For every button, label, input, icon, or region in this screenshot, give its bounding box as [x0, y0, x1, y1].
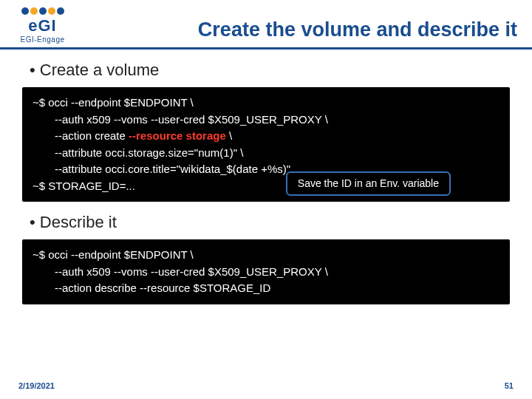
logo-icon	[21, 7, 64, 15]
code-line: --action create --resource storage \	[33, 128, 499, 145]
logo: eGI EGI-Engage	[7, 7, 78, 44]
highlight-resource: --resource storage	[129, 129, 226, 142]
bullet-describe: Describe it	[30, 213, 510, 232]
page-title: Create the volume and describe it	[78, 7, 517, 41]
code-line: --auth x509 --voms --user-cred $X509_USE…	[33, 264, 499, 281]
logo-subtitle: EGI-Engage	[20, 35, 64, 44]
code-line: --auth x509 --voms --user-cred $X509_USE…	[33, 112, 499, 129]
footer: 2/19/2021 51	[0, 381, 532, 390]
code-line: --action describe --resource $STORAGE_ID	[33, 280, 499, 297]
code-line: ~$ occi --endpoint $ENDPOINT \	[33, 247, 499, 264]
callout-save-id: Save the ID in an Env. variable	[286, 171, 451, 196]
footer-date: 2/19/2021	[18, 381, 55, 390]
code-block-create: ~$ occi --endpoint $ENDPOINT \ --auth x5…	[22, 87, 510, 202]
code-block-describe: ~$ occi --endpoint $ENDPOINT \ --auth x5…	[22, 239, 510, 304]
code-line: --attribute occi.storage.size="num(1)" \	[33, 145, 499, 162]
bullet-create: Create a volume	[30, 61, 510, 80]
header: eGI EGI-Engage Create the volume and des…	[0, 0, 532, 50]
code-line: ~$ occi --endpoint $ENDPOINT \	[33, 95, 499, 112]
footer-page: 51	[505, 381, 514, 390]
slide-body: Create a volume ~$ occi --endpoint $ENDP…	[0, 61, 532, 304]
logo-brand: eGI	[28, 16, 56, 35]
